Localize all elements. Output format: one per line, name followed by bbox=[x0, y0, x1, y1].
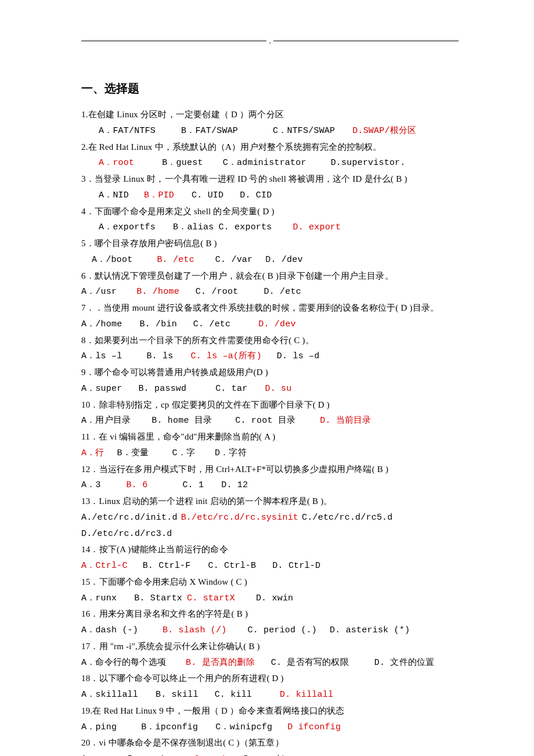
question-stem: 5．哪个目录存放用户密码信息( B ) bbox=[81, 236, 459, 252]
question-options: A．Ctrl-CB. Ctrl-FC. Ctrl-BD. Ctrl-D bbox=[81, 558, 459, 574]
question-options: A．行B．变量C．字D．字符 bbox=[81, 445, 459, 462]
option: B．alias bbox=[173, 222, 214, 232]
option: D.supervistor. bbox=[331, 158, 406, 168]
question-stem: 10．除非特别指定，cp 假定要拷贝的文件在下面哪个目录下( D ) bbox=[81, 397, 459, 413]
option: B. ls bbox=[146, 351, 173, 361]
option: C. /var bbox=[215, 255, 252, 265]
option: D ifconfig bbox=[287, 722, 341, 732]
question-list: 1.在创建 Linux 分区时，一定要创建（ D ）两个分区A．FAT/NTFS… bbox=[81, 107, 459, 756]
option: B. /home bbox=[136, 287, 179, 297]
question-options: A．FAT/NTFSB．FAT/SWAPC．NTFS/SWAPD.SWAP/根分… bbox=[81, 123, 459, 139]
question-options: A./etc/rc.d/init.dB./etc/rc.d/rc.sysinit… bbox=[81, 510, 459, 542]
question-stem: 12．当运行在多用户模式下时，用 Ctrl+ALT+F*可以切换多少虚拟用户终端… bbox=[81, 462, 459, 478]
question-stem: 15．下面哪个命令用来启动 X Window ( C ) bbox=[81, 574, 459, 591]
option: A．skillall bbox=[81, 690, 138, 700]
option: C. ls –a(所有) bbox=[190, 351, 261, 361]
option: B. slash (/) bbox=[163, 625, 226, 635]
option: A．FAT/NTFS bbox=[99, 126, 156, 136]
question-stem: 8．如果要列出一个目录下的所有文件需要使用命令行( C )。 bbox=[81, 333, 459, 349]
question-options: A．skillallB. skillC. killD. killall bbox=[81, 687, 459, 703]
option: A．/boot bbox=[92, 255, 132, 265]
question-options: A．NIDB．PIDC. UIDD. CID bbox=[81, 188, 459, 204]
question-options: A．用户目录B. home 目录C. root 目录D. 当前目录 bbox=[81, 413, 459, 429]
question-options: A．pingB．ipconfigC．winipcfgD ifconfig bbox=[81, 719, 459, 736]
option: B．变量 bbox=[117, 448, 149, 458]
option: B./etc/rc.d/rc.sysinit bbox=[181, 513, 298, 523]
option: D. asterisk (*) bbox=[330, 625, 410, 635]
option: A．exportfs bbox=[99, 222, 156, 232]
option: C．字 bbox=[172, 448, 195, 458]
option: D. ls –d bbox=[277, 351, 320, 361]
option: C. /etc bbox=[193, 319, 230, 329]
section-title: 一、选择题 bbox=[81, 81, 459, 96]
option: B．guest bbox=[162, 158, 203, 168]
option: C．winipcfg bbox=[215, 722, 272, 732]
option: C. Ctrl-B bbox=[208, 561, 256, 571]
option: A．ls –l bbox=[81, 351, 122, 361]
question-options: A．ls –lB. lsC. ls –a(所有)D. ls –d bbox=[81, 348, 459, 365]
question-options: A．superB. passwdC. tarD. su bbox=[81, 381, 459, 397]
option: B. /etc bbox=[157, 255, 194, 265]
question-options: A．/homeB. /binC. /etcD. /dev bbox=[81, 316, 459, 333]
option: A．3 bbox=[81, 480, 101, 490]
option: C. kill bbox=[215, 690, 252, 700]
question-options: A．命令行的每个选项B. 是否真的删除C. 是否有写的权限D. 文件的位置 bbox=[81, 655, 459, 671]
option: B. home 目录 bbox=[151, 416, 212, 426]
option: B. Startx bbox=[134, 593, 182, 603]
question-stem: 17．用 "rm -i",系统会提示什么来让你确认( B ) bbox=[81, 639, 459, 655]
option: D. killall bbox=[280, 690, 333, 700]
option: A．Ctrl-C bbox=[81, 561, 128, 571]
option: D. su bbox=[265, 384, 291, 394]
option: C. period (.) bbox=[247, 625, 317, 635]
question-stem: 7．．当使用 mount 进行设备或者文件系统挂载的时候，需要用到的设备名称位于… bbox=[81, 300, 459, 316]
option: C./etc/rc.d/rc5.d bbox=[302, 513, 392, 523]
question-stem: 4．下面哪个命令是用来定义 shell 的全局变量( D ) bbox=[81, 204, 459, 220]
question-stem: 18．以下哪个命令可以终止一个用户的所有进程( D ) bbox=[81, 671, 459, 687]
option: D. 当前目录 bbox=[320, 416, 371, 426]
option: C. tar bbox=[215, 384, 247, 394]
option: A./etc/rc.d/init.d bbox=[81, 513, 178, 523]
option: A．NID bbox=[99, 190, 129, 200]
option: B．FAT/SWAP bbox=[181, 126, 238, 136]
option: D. 文件的位置 bbox=[374, 658, 435, 668]
option: B．ipconfig bbox=[141, 722, 198, 732]
option: D. /etc bbox=[264, 287, 301, 297]
question-stem: 3．当登录 Linux 时，一个具有唯一进程 ID 号的 shell 将被调用，… bbox=[81, 171, 459, 188]
question-options: A．/usrB. /homeC. /rootD. /etc bbox=[81, 284, 459, 300]
top-rule: . bbox=[81, 41, 459, 52]
option: A．命令行的每个选项 bbox=[81, 658, 166, 668]
option: D．字符 bbox=[215, 448, 247, 458]
option: B．PID bbox=[144, 190, 174, 200]
option: A．super bbox=[81, 384, 122, 394]
question-stem: 16．用来分离目录名和文件名的字符是( B ) bbox=[81, 606, 459, 622]
option: C．administrator bbox=[223, 158, 306, 168]
option: A．/home bbox=[81, 319, 122, 329]
option: C. startX bbox=[187, 593, 235, 603]
option: B. 是否真的删除 bbox=[186, 658, 255, 668]
question-options: A．exportfsB．aliasC. exportsD. export bbox=[81, 219, 459, 236]
option: B. Ctrl-F bbox=[143, 561, 191, 571]
question-stem: 1.在创建 Linux 分区时，一定要创建（ D ）两个分区 bbox=[81, 107, 459, 123]
question-stem: 6．默认情况下管理员创建了一个用户，就会在( B )目录下创建一个用户主目录。 bbox=[81, 268, 459, 285]
question-options: A．dash (-)B. slash (/)C. period (.)D. as… bbox=[81, 622, 459, 639]
question-stem: 2.在 Red Hat Linux 中，系统默认的（A）用户对整个系统拥有完全的… bbox=[81, 139, 459, 156]
option: A．root bbox=[99, 158, 134, 168]
option: A．ping bbox=[81, 722, 117, 732]
option: B. /bin bbox=[139, 319, 176, 329]
question-options: A．/bootB. /etcC. /varD. /dev bbox=[81, 252, 459, 268]
option: B. passwd bbox=[138, 384, 186, 394]
option: D. xwin bbox=[256, 593, 293, 603]
question-stem: 13．Linux 启动的第一个进程 init 启动的第一个脚本程序是( B )。 bbox=[81, 494, 459, 510]
question-options: A．3B. 6C. 1D. 12 bbox=[81, 477, 459, 494]
header-mark: . bbox=[266, 37, 273, 45]
question-stem: 20．vi 中哪条命令是不保存强制退出( C )（第五章） bbox=[81, 735, 459, 751]
option: D. Ctrl-D bbox=[272, 561, 320, 571]
option: A．dash (-) bbox=[81, 625, 138, 635]
question-stem: 14．按下(A )键能终止当前运行的命令 bbox=[81, 542, 459, 558]
question-options: A．runxB. StartxC. startXD. xwin bbox=[81, 591, 459, 607]
question-options: A．rootB．guestC．administratorD.supervisto… bbox=[81, 155, 459, 171]
option: C. root 目录 bbox=[235, 416, 295, 426]
option: D. 12 bbox=[221, 480, 248, 490]
option: D. /dev bbox=[258, 319, 295, 329]
option: A．/usr bbox=[81, 287, 117, 297]
